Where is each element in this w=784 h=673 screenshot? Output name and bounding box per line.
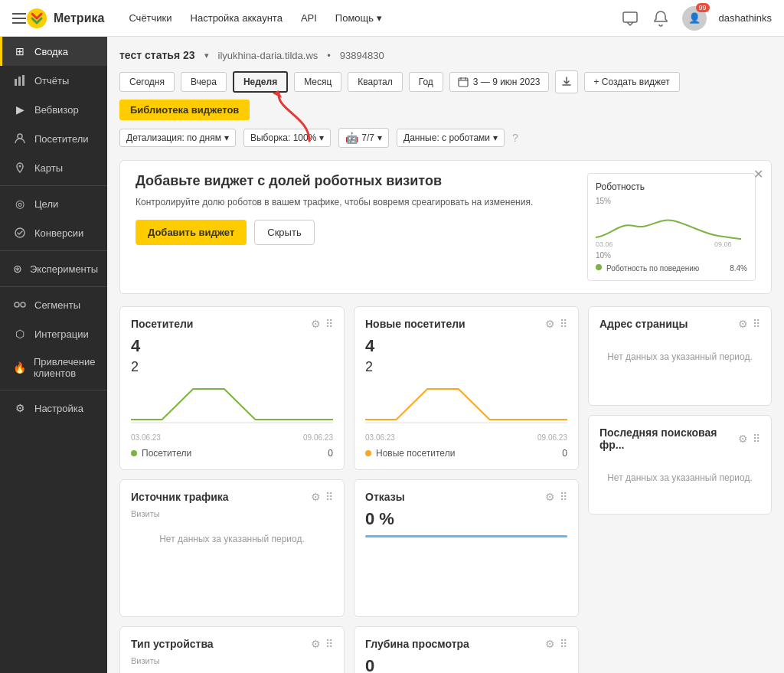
device-settings-icon[interactable]: ⚙ bbox=[311, 638, 321, 650]
reports-icon bbox=[13, 74, 27, 87]
visitors-settings-icon[interactable]: ⚙ bbox=[311, 318, 321, 330]
sidebar-item-settings[interactable]: ⚙ Настройка bbox=[0, 394, 107, 423]
sidebar-item-attract[interactable]: 🔥 Привлечение клиентов bbox=[0, 348, 107, 387]
sidebar-item-integrations[interactable]: ⬡ Интеграции bbox=[0, 319, 107, 348]
experiments-icon: ⊛ bbox=[13, 262, 22, 276]
sidebar-item-experiments[interactable]: ⊛ Эксперименты bbox=[0, 254, 107, 283]
visitors-chart bbox=[131, 381, 333, 427]
detail-filter[interactable]: Детализация: по дням ▾ bbox=[119, 129, 236, 147]
nav-counters[interactable]: Счётчики bbox=[129, 12, 172, 24]
svg-point-6 bbox=[19, 165, 21, 168]
device-type-subtitle: Визиты bbox=[131, 656, 333, 665]
period-quarter-button[interactable]: Квартал bbox=[348, 72, 402, 92]
bounces-grid-icon[interactable]: ⠿ bbox=[560, 491, 567, 503]
chart-legend-text: Роботность по поведению bbox=[606, 264, 699, 273]
traffic-source-actions: ⚙ ⠿ bbox=[311, 491, 333, 503]
site-chevron-icon[interactable]: ▾ bbox=[204, 51, 209, 60]
sidebar-item-label: Цели bbox=[34, 198, 58, 210]
new-visitors-value1: 4 bbox=[365, 336, 567, 356]
traffic-source-header: Источник трафика ⚙ ⠿ bbox=[131, 491, 333, 503]
svg-text:09.06: 09.06 bbox=[714, 240, 732, 248]
upload-icon bbox=[560, 76, 573, 88]
promo-title: Добавьте виджет с долей роботных визитов bbox=[136, 173, 572, 189]
sidebar-item-conversions[interactable]: Конверсии bbox=[0, 218, 107, 247]
sidebar-item-label: Сводка bbox=[34, 46, 68, 57]
depth-settings-icon[interactable]: ⚙ bbox=[545, 638, 555, 650]
bounces-value: 0 % bbox=[365, 509, 567, 529]
svg-rect-10 bbox=[459, 78, 468, 87]
avatar[interactable]: 👤 99 bbox=[682, 6, 707, 31]
toolbar: Сегодня Вчера Неделя Месяц Квартал Год 3… bbox=[119, 70, 772, 120]
search-grid-icon[interactable]: ⠿ bbox=[753, 433, 760, 445]
visitors-grid-icon[interactable]: ⠿ bbox=[325, 318, 333, 330]
settings-icon: ⚙ bbox=[13, 401, 27, 415]
segments-icon bbox=[13, 298, 27, 312]
promo-description: Контролируйте долю роботов в вашем трафи… bbox=[136, 195, 572, 209]
data-filter[interactable]: Данные: с роботами ▾ bbox=[397, 129, 505, 147]
traffic-source-title: Источник трафика bbox=[131, 491, 229, 503]
svg-rect-3 bbox=[18, 77, 21, 86]
nav-account-settings[interactable]: Настройка аккаунта bbox=[191, 12, 283, 24]
date-range-picker[interactable]: 3 — 9 июн 2023 bbox=[449, 72, 549, 92]
svg-text:03.06: 03.06 bbox=[596, 240, 613, 248]
sidebar-item-label: Настройка bbox=[34, 403, 83, 414]
visitors-value1: 4 bbox=[131, 336, 333, 356]
new-visitors-xaxis: 03.06.23 09.06.23 bbox=[365, 433, 567, 442]
visitors-footer: Посетители 0 bbox=[131, 448, 333, 459]
bounces-bar bbox=[365, 535, 567, 537]
page-address-widget: Адрес страницы ⚙ ⠿ Нет данных за указанн… bbox=[588, 306, 772, 406]
promo-hide-button[interactable]: Скрыть bbox=[254, 220, 314, 245]
library-button[interactable]: Библиотека виджетов bbox=[119, 100, 250, 120]
nav-api[interactable]: API bbox=[301, 12, 317, 24]
sidebar-item-label: Интеграции bbox=[34, 328, 89, 340]
traffic-grid-icon[interactable]: ⠿ bbox=[325, 491, 333, 503]
chart-legend-row: Роботность по поведению 8.4% bbox=[596, 264, 747, 273]
new-visitors-footer: Новые посетители 0 bbox=[365, 448, 567, 459]
sidebar-item-segments[interactable]: Сегменты bbox=[0, 290, 107, 319]
traffic-settings-icon[interactable]: ⚙ bbox=[311, 491, 321, 503]
promo-close-button[interactable]: ✕ bbox=[753, 167, 763, 181]
robots-filter[interactable]: 🤖 7/7 ▾ bbox=[338, 128, 389, 148]
last-search-title: Последняя поисковая фр... bbox=[599, 426, 738, 451]
bell-icon[interactable] bbox=[652, 9, 670, 28]
username[interactable]: dashathinks bbox=[719, 12, 772, 24]
sidebar-item-summary[interactable]: ⊞ Сводка bbox=[0, 37, 107, 66]
promo-chart-title: Роботность bbox=[596, 181, 747, 192]
search-settings-icon[interactable]: ⚙ bbox=[738, 433, 748, 445]
sidebar-item-reports[interactable]: Отчёты bbox=[0, 66, 107, 95]
sidebar-item-goals[interactable]: ◎ Цели bbox=[0, 189, 107, 218]
chart-value: 8.4% bbox=[730, 264, 747, 273]
site-url: ilyukhina-daria.tilda.ws bbox=[218, 50, 318, 61]
export-button[interactable] bbox=[555, 70, 578, 93]
hamburger-menu[interactable] bbox=[12, 13, 26, 24]
bounces-settings-icon[interactable]: ⚙ bbox=[545, 491, 555, 503]
depth-grid-icon[interactable]: ⠿ bbox=[560, 638, 567, 650]
last-search-header: Последняя поисковая фр... ⚙ ⠿ bbox=[599, 426, 760, 451]
header-bar: тест статья 23 ▾ ilyukhina-daria.tilda.w… bbox=[119, 49, 772, 61]
sidebar-item-visitors[interactable]: Посетители bbox=[0, 124, 107, 153]
device-type-title: Тип устройства bbox=[131, 638, 214, 650]
device-grid-icon[interactable]: ⠿ bbox=[325, 638, 333, 650]
traffic-source-widget: Источник трафика ⚙ ⠿ Визиты Нет данных з… bbox=[119, 479, 345, 617]
messages-icon[interactable] bbox=[621, 9, 639, 28]
visitors-widget-header: Посетители ⚙ ⠿ bbox=[131, 318, 333, 330]
visitors-legend: Посетители bbox=[131, 448, 191, 459]
page-grid-icon[interactable]: ⠿ bbox=[753, 318, 760, 330]
filter-help-icon[interactable]: ? bbox=[512, 132, 518, 144]
depth-header: Глубина просмотра ⚙ ⠿ bbox=[365, 638, 567, 650]
sidebar-item-webvisor[interactable]: ▶ Вебвизор bbox=[0, 95, 107, 124]
promo-banner: Добавьте виджет с долей роботных визитов… bbox=[119, 160, 772, 294]
sidebar-item-maps[interactable]: Карты bbox=[0, 153, 107, 182]
promo-add-button[interactable]: Добавить виджет bbox=[136, 220, 247, 245]
period-today-button[interactable]: Сегодня bbox=[119, 72, 175, 92]
last-search-actions: ⚙ ⠿ bbox=[738, 433, 760, 445]
period-year-button[interactable]: Год bbox=[409, 72, 443, 92]
new-visitors-grid-icon[interactable]: ⠿ bbox=[560, 318, 567, 330]
create-widget-button[interactable]: + Создать виджет bbox=[584, 72, 680, 92]
new-visitors-settings-icon[interactable]: ⚙ bbox=[545, 318, 555, 330]
visitors-actions: ⚙ ⠿ bbox=[311, 318, 333, 330]
nav-help[interactable]: Помощь ▾ bbox=[335, 12, 382, 24]
period-yesterday-button[interactable]: Вчера bbox=[181, 72, 227, 92]
data-chevron-icon: ▾ bbox=[493, 132, 498, 143]
page-settings-icon[interactable]: ⚙ bbox=[738, 318, 748, 330]
